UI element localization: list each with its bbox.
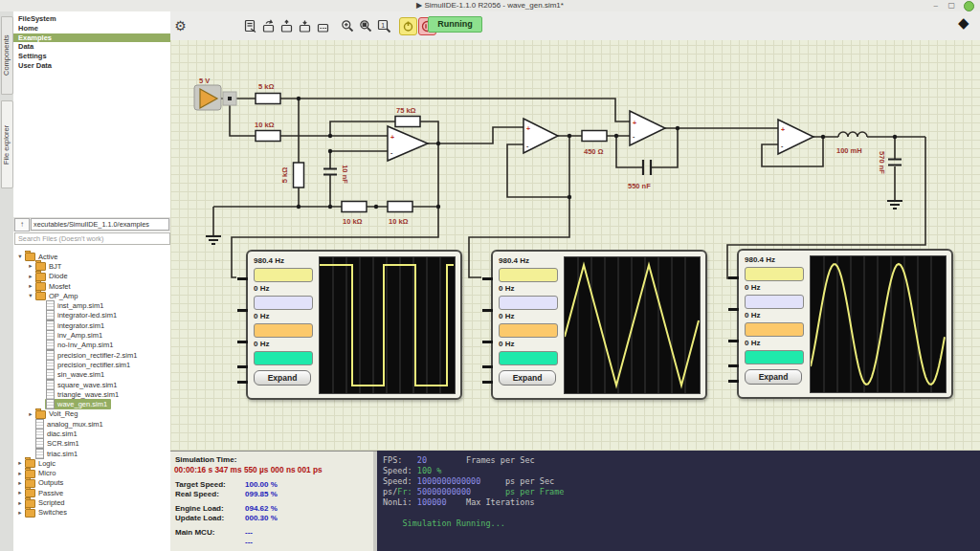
tree-item-triangle_wave.sim1[interactable]: triangle_wave.sim1 [13, 389, 170, 399]
export-circuit-icon[interactable] [314, 16, 332, 35]
tree-item-integrator.sim1[interactable]: integrator.sim1 [13, 320, 170, 330]
tree-item-scr.sim1[interactable]: SCR.sim1 [13, 439, 170, 449]
open-circuit-icon[interactable] [259, 16, 278, 35]
tree-item-switches[interactable]: ▸Switches [13, 508, 170, 518]
opamp-1[interactable]: + - [388, 126, 428, 161]
zoom-one-icon[interactable]: 1 [375, 16, 393, 35]
ground-symbol [206, 236, 221, 244]
place-item-data[interactable]: Data [13, 42, 170, 52]
oscilloscope-panel-3[interactable]: 980.4 Hz0 Hz0 Hz0 HzExpand [737, 249, 953, 399]
expand-arrow-icon[interactable]: ▸ [27, 410, 34, 418]
scope-pin[interactable] [482, 309, 493, 312]
collapse-arrow-icon[interactable]: ▾ [27, 292, 34, 299]
scope-pin[interactable] [482, 277, 493, 280]
scope-pin[interactable] [728, 340, 739, 342]
tree-item-triac.sim1[interactable]: triac.sim1 [13, 449, 170, 458]
scope-pin[interactable] [237, 365, 248, 368]
oscilloscope-panel-1[interactable]: 980.4 Hz0 Hz0 Hz0 HzExpand [246, 250, 462, 400]
zoom-fit-icon[interactable] [339, 16, 357, 35]
tree-item-diac.sim1[interactable]: diac.sim1 [13, 429, 170, 438]
path-field[interactable]: xecutables/SimulIDE_1.1.0/examples [31, 218, 169, 231]
expand-button[interactable]: Expand [254, 370, 311, 386]
tree-item-inst_amp.sim1[interactable]: inst_amp.sim1 [13, 300, 170, 310]
opamp-2[interactable]: + - [523, 119, 558, 153]
expand-arrow-icon[interactable]: ▸ [16, 470, 24, 477]
resistor[interactable] [342, 202, 367, 212]
search-input[interactable] [14, 232, 170, 245]
path-up-button[interactable]: ↑ [14, 218, 30, 231]
resistor[interactable] [256, 94, 280, 104]
status-badge: Running [428, 16, 482, 33]
expand-arrow-icon[interactable]: ▸ [27, 262, 34, 270]
place-item-user-data[interactable]: User Data [13, 61, 170, 71]
scope-pin[interactable] [237, 309, 248, 312]
minimize-button[interactable]: – [934, 0, 938, 11]
tree-item-analog_mux.sim1[interactable]: analog_mux.sim1 [13, 419, 170, 429]
save-as-icon[interactable] [296, 16, 314, 35]
opamp-4[interactable]: + - [778, 120, 813, 154]
resistor[interactable] [294, 163, 304, 187]
expand-arrow-icon[interactable]: ▸ [16, 459, 24, 467]
tree-item-sin_wave.sim1[interactable]: sin_wave.sim1 [13, 370, 170, 380]
tree-item-outputs[interactable]: ▸Outputs [13, 478, 170, 488]
close-button[interactable] [964, 1, 974, 11]
scope-pin[interactable] [728, 364, 739, 367]
maximize-button[interactable]: ▢ [947, 0, 955, 11]
stat-value: --- [245, 528, 253, 538]
panel-toggle-diamond-icon[interactable]: ◆ [958, 14, 969, 32]
save-circuit-icon[interactable] [278, 16, 296, 35]
settings-gear-icon[interactable]: ⚙ [171, 16, 189, 35]
scope-pin[interactable] [237, 277, 248, 280]
tree-item-logic[interactable]: ▸Logic [13, 458, 170, 468]
tree-item-volt_reg[interactable]: ▸Volt_Reg [13, 409, 170, 419]
place-item-filesystem[interactable]: FileSystem [13, 14, 170, 24]
tree-item-micro[interactable]: ▸Micro [13, 469, 170, 478]
tree-item-precision_rectifier-2.sim1[interactable]: precision_rectifier-2.sim1 [13, 350, 170, 360]
expand-arrow-icon[interactable]: ▸ [16, 479, 24, 487]
junction-connector[interactable] [223, 92, 236, 105]
collapse-arrow-icon[interactable]: ▾ [16, 253, 24, 260]
scope-pin[interactable] [237, 381, 248, 384]
circuit-canvas[interactable]: + - + - + - + - 5 V 5 kΩ 10 kΩ 5 kΩ 1 [170, 40, 980, 451]
zoom-extents-icon[interactable] [357, 16, 375, 35]
expand-button[interactable]: Expand [745, 369, 802, 385]
tree-item-square_wave.sim1[interactable]: square_wave.sim1 [13, 380, 170, 389]
scope-pin[interactable] [237, 341, 248, 343]
tab-file-explorer[interactable]: File explorer [1, 100, 13, 188]
expand-arrow-icon[interactable]: ▸ [16, 489, 24, 496]
place-item-home[interactable]: Home [13, 24, 170, 33]
power-circuit-icon[interactable] [399, 17, 417, 35]
scope-pin[interactable] [482, 381, 493, 384]
new-circuit-icon[interactable] [241, 16, 259, 35]
scope-pin[interactable] [482, 341, 493, 343]
tree-item-no-inv_amp.sim1[interactable]: no-Inv_Amp.sim1 [13, 341, 170, 350]
console-line [383, 508, 980, 518]
place-item-settings[interactable]: Settings [13, 52, 170, 61]
tree-item-op_amp[interactable]: ▾OP_Amp [13, 291, 170, 300]
expand-arrow-icon[interactable]: ▸ [27, 282, 34, 290]
place-item-examples[interactable]: Examples [13, 33, 170, 43]
scope-pin[interactable] [728, 308, 739, 311]
resistor[interactable] [395, 117, 420, 127]
scope-pin[interactable] [482, 365, 493, 368]
opamp-3[interactable]: + - [630, 111, 665, 145]
folder-icon [25, 509, 35, 518]
resistor[interactable] [256, 131, 280, 142]
voltage-source[interactable] [194, 85, 221, 110]
tree-item-scripted[interactable]: ▸Scripted [13, 497, 170, 507]
expand-arrow-icon[interactable]: ▸ [16, 499, 24, 507]
expand-arrow-icon[interactable]: ▸ [16, 509, 24, 517]
expand-button[interactable]: Expand [499, 370, 556, 386]
expand-arrow-icon[interactable]: ▸ [27, 273, 34, 280]
tree-item-precision_rectifier.sim1[interactable]: precision_rectifier.sim1 [13, 360, 170, 369]
tree-item-passive[interactable]: ▸Passive [13, 488, 170, 497]
places-list: FileSystemHomeExamplesDataSettingsUser D… [13, 11, 170, 221]
resistor[interactable] [388, 202, 412, 212]
scope-pin[interactable] [728, 380, 739, 383]
resistor[interactable] [582, 131, 607, 142]
tab-components[interactable]: Components [1, 16, 13, 95]
tree-item-inv_amp.sim1[interactable]: inv_Amp.sim1 [13, 330, 170, 340]
oscilloscope-panel-2[interactable]: 980.4 Hz0 Hz0 Hz0 HzExpand [491, 250, 707, 400]
scope-pin[interactable] [728, 276, 739, 279]
tree-item-integrator-led.sim1[interactable]: integrator-led.sim1 [13, 311, 170, 320]
